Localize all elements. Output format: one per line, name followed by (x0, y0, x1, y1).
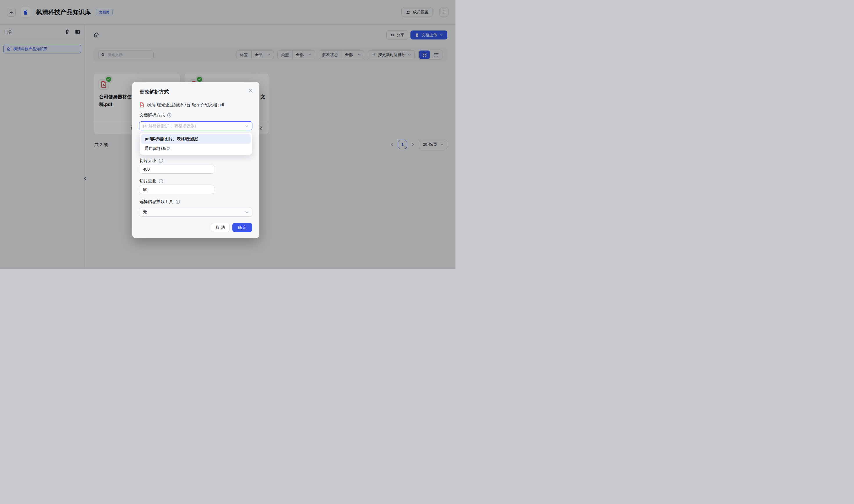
change-parse-method-modal: 更改解析方式 枫清·瑶光企业知识中台·轻享介绍文档.pdf 文档解析方式 pdf… (132, 82, 260, 238)
chunk-overlap-label-row: 切片重叠 (139, 178, 163, 184)
extract-tool-value: 无 (143, 210, 147, 215)
chunk-size-input[interactable] (139, 165, 214, 174)
target-file-row: 枫清·瑶光企业知识中台·轻享介绍文档.pdf (139, 102, 224, 108)
info-icon (175, 199, 180, 204)
extract-tool-select[interactable]: 无 (139, 208, 252, 217)
chunk-size-label: 切片大小 (139, 158, 156, 163)
cancel-button[interactable]: 取 消 (211, 223, 230, 232)
chevron-down-icon (245, 124, 249, 128)
knowledge-base-page: 枫清科技产品知识库 文档类 成员设置 ⋮ 目录 (0, 0, 456, 269)
info-icon (167, 113, 172, 118)
parse-method-dropdown: pdf解析器(图片、表格增强版) 通用pdf解析器 (140, 133, 252, 155)
modal-close-button[interactable] (247, 87, 254, 94)
chevron-down-icon (245, 211, 249, 214)
chunk-overlap-input[interactable] (139, 185, 214, 194)
dropdown-option-generic-pdf-parser[interactable]: 通用pdf解析器 (141, 144, 251, 153)
extract-tool-label: 选择信息抽取工具 (139, 199, 173, 204)
parse-method-label: 文档解析方式 (139, 112, 165, 118)
confirm-button[interactable]: 确 定 (232, 223, 252, 232)
extract-tool-label-row: 选择信息抽取工具 (139, 199, 180, 204)
parse-method-placeholder: pdf解析器(图片、表格增强版) (143, 123, 196, 129)
chunk-overlap-label: 切片重叠 (139, 178, 156, 184)
modal-title: 更改解析方式 (139, 89, 169, 95)
pdf-file-icon (139, 102, 144, 108)
info-icon (159, 179, 163, 183)
close-icon (248, 88, 253, 93)
chunk-size-label-row: 切片大小 (139, 158, 163, 163)
parse-method-label-row: 文档解析方式 (139, 112, 172, 118)
dropdown-option-enhanced-pdf-parser[interactable]: pdf解析器(图片、表格增强版) (141, 134, 251, 144)
target-file-name: 枫清·瑶光企业知识中台·轻享介绍文档.pdf (147, 102, 224, 108)
info-icon (159, 159, 163, 163)
parse-method-select[interactable]: pdf解析器(图片、表格增强版) (139, 121, 252, 130)
